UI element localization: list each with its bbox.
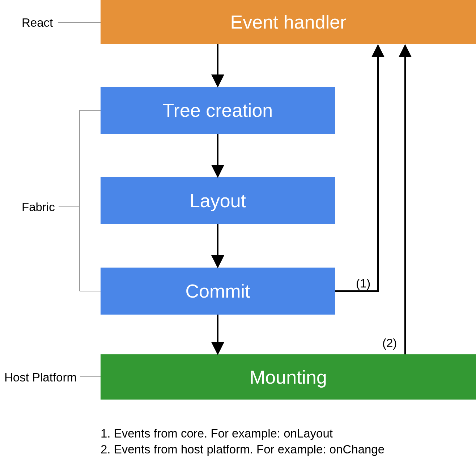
label-react: React	[22, 16, 53, 30]
note-1: 1. Events from core. For example: onLayo…	[101, 427, 333, 440]
box-layout: Layout	[101, 177, 335, 224]
box-event-handler: Event handler	[101, 0, 476, 44]
annotation-1: (1)	[356, 277, 370, 290]
box-tree-creation: Tree creation	[101, 87, 335, 134]
label-host-platform: Host Platform	[4, 371, 77, 384]
box-commit: Commit	[101, 268, 335, 315]
annotation-2: (2)	[382, 336, 397, 350]
note-2: 2. Events from host platform. For exampl…	[101, 443, 384, 456]
box-mounting: Mounting	[101, 354, 476, 400]
label-fabric: Fabric	[22, 200, 55, 214]
